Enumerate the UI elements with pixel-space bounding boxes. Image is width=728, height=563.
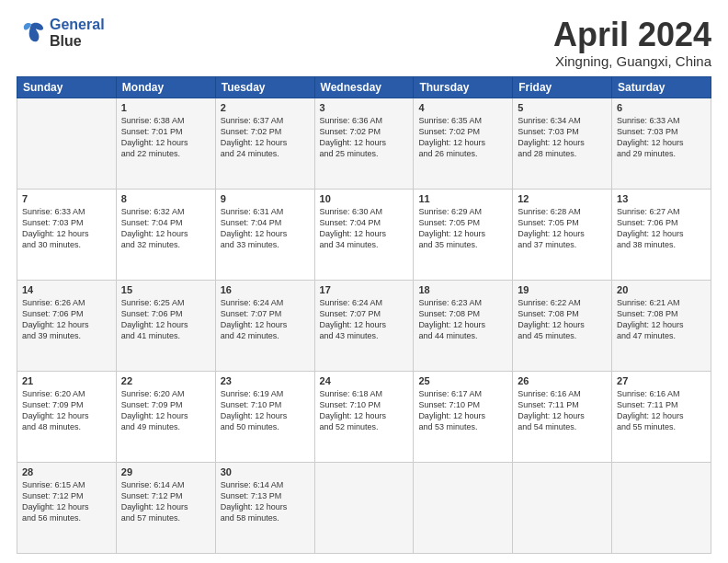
day-info: Sunrise: 6:26 AM Sunset: 7:06 PM Dayligh…	[22, 297, 111, 342]
day-cell: 22Sunrise: 6:20 AM Sunset: 7:09 PM Dayli…	[116, 371, 215, 462]
day-number: 17	[320, 284, 409, 295]
week-row-5: 28Sunrise: 6:15 AM Sunset: 7:12 PM Dayli…	[17, 462, 711, 553]
week-row-2: 7Sunrise: 6:33 AM Sunset: 7:03 PM Daylig…	[17, 189, 711, 280]
day-info: Sunrise: 6:38 AM Sunset: 7:01 PM Dayligh…	[121, 115, 210, 160]
col-header-tuesday: Tuesday	[215, 76, 314, 98]
day-cell: 5Sunrise: 6:34 AM Sunset: 7:03 PM Daylig…	[513, 98, 612, 189]
day-info: Sunrise: 6:20 AM Sunset: 7:09 PM Dayligh…	[121, 388, 210, 433]
day-number: 29	[121, 466, 210, 477]
day-info: Sunrise: 6:16 AM Sunset: 7:11 PM Dayligh…	[617, 388, 706, 433]
day-number: 15	[121, 284, 210, 295]
day-cell: 6Sunrise: 6:33 AM Sunset: 7:03 PM Daylig…	[612, 98, 711, 189]
day-cell: 7Sunrise: 6:33 AM Sunset: 7:03 PM Daylig…	[17, 189, 117, 280]
col-header-friday: Friday	[513, 76, 612, 98]
day-cell	[314, 462, 414, 553]
col-header-saturday: Saturday	[612, 76, 711, 98]
day-cell: 27Sunrise: 6:16 AM Sunset: 7:11 PM Dayli…	[612, 371, 711, 462]
logo-icon	[17, 18, 46, 48]
day-cell: 15Sunrise: 6:25 AM Sunset: 7:06 PM Dayli…	[116, 280, 215, 371]
day-number: 22	[121, 375, 210, 386]
day-info: Sunrise: 6:33 AM Sunset: 7:03 PM Dayligh…	[617, 115, 706, 160]
day-cell: 21Sunrise: 6:20 AM Sunset: 7:09 PM Dayli…	[17, 371, 117, 462]
title-block: April 2024 Xingning, Guangxi, China	[553, 17, 711, 69]
day-cell: 29Sunrise: 6:14 AM Sunset: 7:12 PM Dayli…	[116, 462, 215, 553]
day-info: Sunrise: 6:27 AM Sunset: 7:06 PM Dayligh…	[617, 206, 706, 251]
day-cell	[513, 462, 612, 553]
day-info: Sunrise: 6:17 AM Sunset: 7:10 PM Dayligh…	[418, 388, 507, 433]
day-info: Sunrise: 6:37 AM Sunset: 7:02 PM Dayligh…	[221, 115, 310, 160]
col-header-wednesday: Wednesday	[314, 76, 414, 98]
day-info: Sunrise: 6:29 AM Sunset: 7:05 PM Dayligh…	[418, 206, 507, 251]
day-info: Sunrise: 6:14 AM Sunset: 7:13 PM Dayligh…	[221, 479, 310, 524]
day-cell: 14Sunrise: 6:26 AM Sunset: 7:06 PM Dayli…	[17, 280, 117, 371]
day-cell: 10Sunrise: 6:30 AM Sunset: 7:04 PM Dayli…	[314, 189, 414, 280]
day-info: Sunrise: 6:25 AM Sunset: 7:06 PM Dayligh…	[121, 297, 210, 342]
day-cell: 11Sunrise: 6:29 AM Sunset: 7:05 PM Dayli…	[414, 189, 513, 280]
day-cell: 9Sunrise: 6:31 AM Sunset: 7:04 PM Daylig…	[215, 189, 314, 280]
day-info: Sunrise: 6:35 AM Sunset: 7:02 PM Dayligh…	[418, 115, 507, 160]
day-number: 18	[418, 284, 507, 295]
day-info: Sunrise: 6:36 AM Sunset: 7:02 PM Dayligh…	[320, 115, 409, 160]
week-row-1: 1Sunrise: 6:38 AM Sunset: 7:01 PM Daylig…	[17, 98, 711, 189]
day-cell	[612, 462, 711, 553]
day-cell	[17, 98, 117, 189]
day-number: 4	[418, 102, 507, 113]
day-cell: 24Sunrise: 6:18 AM Sunset: 7:10 PM Dayli…	[314, 371, 414, 462]
day-cell: 23Sunrise: 6:19 AM Sunset: 7:10 PM Dayli…	[215, 371, 314, 462]
day-cell: 19Sunrise: 6:22 AM Sunset: 7:08 PM Dayli…	[513, 280, 612, 371]
day-number: 6	[617, 102, 706, 113]
day-info: Sunrise: 6:22 AM Sunset: 7:08 PM Dayligh…	[518, 297, 607, 342]
day-number: 21	[22, 375, 111, 386]
day-number: 2	[221, 102, 310, 113]
day-number: 30	[221, 466, 310, 477]
day-number: 13	[617, 193, 706, 204]
day-info: Sunrise: 6:30 AM Sunset: 7:04 PM Dayligh…	[320, 206, 409, 251]
day-number: 20	[617, 284, 706, 295]
day-cell: 25Sunrise: 6:17 AM Sunset: 7:10 PM Dayli…	[414, 371, 513, 462]
day-number: 10	[320, 193, 409, 204]
day-info: Sunrise: 6:24 AM Sunset: 7:07 PM Dayligh…	[320, 297, 409, 342]
day-cell: 12Sunrise: 6:28 AM Sunset: 7:05 PM Dayli…	[513, 189, 612, 280]
day-info: Sunrise: 6:19 AM Sunset: 7:10 PM Dayligh…	[221, 388, 310, 433]
day-number: 11	[418, 193, 507, 204]
day-cell: 26Sunrise: 6:16 AM Sunset: 7:11 PM Dayli…	[513, 371, 612, 462]
day-cell: 16Sunrise: 6:24 AM Sunset: 7:07 PM Dayli…	[215, 280, 314, 371]
day-number: 27	[617, 375, 706, 386]
day-number: 14	[22, 284, 111, 295]
day-info: Sunrise: 6:34 AM Sunset: 7:03 PM Dayligh…	[518, 115, 607, 160]
day-cell: 2Sunrise: 6:37 AM Sunset: 7:02 PM Daylig…	[215, 98, 314, 189]
day-cell: 20Sunrise: 6:21 AM Sunset: 7:08 PM Dayli…	[612, 280, 711, 371]
day-cell: 13Sunrise: 6:27 AM Sunset: 7:06 PM Dayli…	[612, 189, 711, 280]
page: General Blue April 2024 Xingning, Guangx…	[0, 0, 728, 563]
week-row-3: 14Sunrise: 6:26 AM Sunset: 7:06 PM Dayli…	[17, 280, 711, 371]
day-number: 3	[320, 102, 409, 113]
day-info: Sunrise: 6:20 AM Sunset: 7:09 PM Dayligh…	[22, 388, 111, 433]
day-cell: 30Sunrise: 6:14 AM Sunset: 7:13 PM Dayli…	[215, 462, 314, 553]
calendar-table: SundayMondayTuesdayWednesdayThursdayFrid…	[17, 76, 711, 554]
day-info: Sunrise: 6:31 AM Sunset: 7:04 PM Dayligh…	[221, 206, 310, 251]
day-cell: 3Sunrise: 6:36 AM Sunset: 7:02 PM Daylig…	[314, 98, 414, 189]
day-number: 25	[418, 375, 507, 386]
day-cell: 18Sunrise: 6:23 AM Sunset: 7:08 PM Dayli…	[414, 280, 513, 371]
day-cell	[414, 462, 513, 553]
day-info: Sunrise: 6:33 AM Sunset: 7:03 PM Dayligh…	[22, 206, 111, 251]
day-cell: 8Sunrise: 6:32 AM Sunset: 7:04 PM Daylig…	[116, 189, 215, 280]
day-info: Sunrise: 6:15 AM Sunset: 7:12 PM Dayligh…	[22, 479, 111, 524]
day-number: 19	[518, 284, 607, 295]
day-cell: 1Sunrise: 6:38 AM Sunset: 7:01 PM Daylig…	[116, 98, 215, 189]
calendar-header-row: SundayMondayTuesdayWednesdayThursdayFrid…	[17, 76, 711, 98]
logo: General Blue	[17, 17, 105, 49]
location-subtitle: Xingning, Guangxi, China	[553, 53, 711, 69]
day-info: Sunrise: 6:16 AM Sunset: 7:11 PM Dayligh…	[518, 388, 607, 433]
week-row-4: 21Sunrise: 6:20 AM Sunset: 7:09 PM Dayli…	[17, 371, 711, 462]
day-info: Sunrise: 6:24 AM Sunset: 7:07 PM Dayligh…	[221, 297, 310, 342]
col-header-thursday: Thursday	[414, 76, 513, 98]
day-info: Sunrise: 6:23 AM Sunset: 7:08 PM Dayligh…	[418, 297, 507, 342]
day-cell: 17Sunrise: 6:24 AM Sunset: 7:07 PM Dayli…	[314, 280, 414, 371]
day-cell: 4Sunrise: 6:35 AM Sunset: 7:02 PM Daylig…	[414, 98, 513, 189]
day-number: 23	[221, 375, 310, 386]
day-number: 8	[121, 193, 210, 204]
header: General Blue April 2024 Xingning, Guangx…	[17, 17, 711, 69]
day-number: 1	[121, 102, 210, 113]
logo-general: General	[50, 17, 105, 32]
